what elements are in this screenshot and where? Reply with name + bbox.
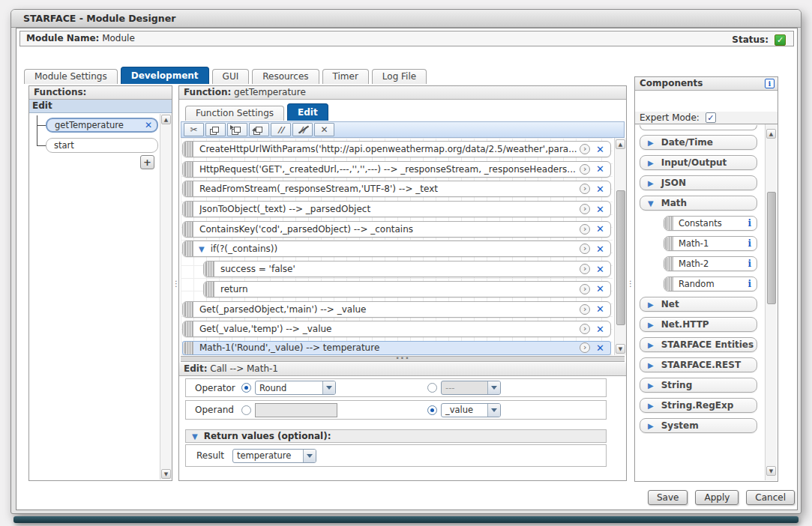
code-scrollbar[interactable]: ▲ ▼ xyxy=(614,138,626,355)
component-item-math-1[interactable]: Math-1i xyxy=(664,236,757,251)
copy-button[interactable] xyxy=(205,123,226,136)
scroll-down-icon[interactable]: ▼ xyxy=(766,466,776,476)
operator-var-select[interactable]: --- xyxy=(441,381,501,395)
drag-handle-icon[interactable] xyxy=(664,217,673,230)
scroll-thumb[interactable] xyxy=(767,192,776,304)
code-line[interactable]: JsonToObject(_text) --> _parsedObject›✕ xyxy=(182,201,611,217)
info-icon[interactable]: i xyxy=(748,259,751,269)
collapse-icon[interactable]: ▼ xyxy=(199,245,205,253)
open-line-icon[interactable]: › xyxy=(580,244,590,254)
open-line-icon[interactable]: › xyxy=(580,144,590,154)
component-item-math-2[interactable]: Math-2i xyxy=(664,256,757,271)
drag-handle-icon[interactable] xyxy=(183,241,193,256)
open-line-icon[interactable]: › xyxy=(580,324,590,334)
functions-group-edit[interactable]: Edit xyxy=(29,100,172,113)
comment-button[interactable]: // xyxy=(271,123,291,136)
open-line-icon[interactable]: › xyxy=(580,284,590,294)
operand-var-select[interactable]: _value xyxy=(441,403,501,417)
component-group-string-regexp[interactable]: ▶String.RegExp xyxy=(640,398,757,413)
code-line[interactable]: ReadFromStream(_responseStream,'UTF-8') … xyxy=(182,181,611,197)
drag-handle-icon[interactable] xyxy=(183,342,193,354)
delete-line-icon[interactable]: ✕ xyxy=(596,244,604,255)
drag-handle-icon[interactable] xyxy=(183,162,193,177)
cancel-button[interactable]: Cancel xyxy=(746,490,795,505)
operator-select[interactable]: Round xyxy=(255,381,336,395)
drag-handle-icon[interactable] xyxy=(183,222,193,237)
component-group-system[interactable]: ▶System xyxy=(640,418,757,433)
scroll-up-icon[interactable]: ▲ xyxy=(766,129,776,139)
operand-value-radio[interactable] xyxy=(241,405,251,415)
save-button[interactable]: Save xyxy=(648,490,688,505)
drag-handle-icon[interactable] xyxy=(183,181,193,196)
operator-var-radio[interactable] xyxy=(427,383,437,393)
scroll-thumb[interactable] xyxy=(616,190,625,325)
delete-line-icon[interactable]: ✕ xyxy=(596,283,604,294)
paste-after-button[interactable] xyxy=(249,123,269,136)
paste-before-button[interactable] xyxy=(227,123,247,136)
left-splitter[interactable]: ⋮ xyxy=(172,85,178,481)
component-group-input-output[interactable]: ▶Input/Output xyxy=(640,155,757,170)
open-line-icon[interactable]: › xyxy=(580,304,590,315)
return-values-header[interactable]: ▼ Return values (optional): xyxy=(185,429,607,443)
code-line[interactable]: Get(_value,'temp') --> _value›✕ xyxy=(182,321,611,337)
component-item-constants[interactable]: Constantsi xyxy=(664,216,757,231)
operator-list-radio[interactable] xyxy=(241,383,251,393)
code-line[interactable]: return›✕ xyxy=(203,281,611,297)
scroll-down-icon[interactable]: ▼ xyxy=(161,469,171,479)
chevron-down-icon[interactable] xyxy=(487,404,500,417)
delete-button[interactable]: ✕ xyxy=(314,123,334,136)
code-line[interactable]: CreateHttpUrlWithParams('http://api.open… xyxy=(182,141,611,157)
uncomment-button[interactable]: // xyxy=(292,123,313,136)
function-item-gettemperature[interactable]: getTemperature✕ xyxy=(46,118,158,133)
scroll-up-icon[interactable]: ▲ xyxy=(161,115,171,124)
code-line[interactable]: Math-1('Round',_value) --> temperature›✕ xyxy=(182,341,611,355)
drag-handle-icon[interactable] xyxy=(183,202,193,217)
partial-component-group[interactable] xyxy=(640,125,757,130)
open-line-icon[interactable]: › xyxy=(580,204,590,214)
code-line[interactable]: Get(_parsedObject,'main') --> _value›✕ xyxy=(182,301,611,318)
cut-button[interactable]: ✂ xyxy=(184,123,204,136)
info-icon[interactable]: i xyxy=(748,279,751,289)
right-splitter[interactable]: ⋮ xyxy=(627,85,633,481)
component-group-json[interactable]: ▶JSON xyxy=(640,175,757,190)
operand-var-radio[interactable] xyxy=(427,405,437,415)
open-line-icon[interactable]: › xyxy=(580,184,590,194)
component-group-string[interactable]: ▶String xyxy=(640,378,757,393)
drag-handle-icon[interactable] xyxy=(664,277,673,291)
function-item-start[interactable]: start xyxy=(46,138,158,153)
status-checkbox[interactable]: ✓ xyxy=(775,34,786,46)
open-line-icon[interactable]: › xyxy=(580,224,590,235)
open-line-icon[interactable]: › xyxy=(580,342,590,353)
code-line[interactable]: ContainsKey('cod',_parsedObject) --> _co… xyxy=(182,221,611,238)
drag-handle-icon[interactable] xyxy=(664,237,673,250)
info-icon[interactable]: i xyxy=(748,238,751,249)
drag-handle-icon[interactable] xyxy=(183,321,193,336)
tab-gui[interactable]: GUI xyxy=(212,69,250,84)
component-group-date-time[interactable]: ▶Date/Time xyxy=(640,135,757,150)
add-function-button[interactable]: + xyxy=(140,155,154,169)
code-line[interactable]: HttpRequest('GET',_createdUrl,---,'','',… xyxy=(182,161,611,178)
chevron-down-icon[interactable] xyxy=(487,381,500,394)
delete-line-icon[interactable]: ✕ xyxy=(596,204,604,215)
function-tab-edit[interactable]: Edit xyxy=(287,103,328,121)
delete-line-icon[interactable]: ✕ xyxy=(596,324,604,335)
open-line-icon[interactable]: › xyxy=(580,264,590,274)
drag-handle-icon[interactable] xyxy=(664,257,673,270)
tab-log-file[interactable]: Log File xyxy=(372,69,427,84)
tab-timer[interactable]: Timer xyxy=(322,69,369,84)
horizontal-splitter[interactable]: ••• xyxy=(181,356,625,362)
delete-line-icon[interactable]: ✕ xyxy=(596,223,604,235)
component-group-starface-entities[interactable]: ▶STARFACE Entities xyxy=(640,337,757,352)
tab-resources[interactable]: Resources xyxy=(252,69,319,84)
result-select[interactable]: temperature xyxy=(232,449,316,463)
info-icon[interactable]: i xyxy=(765,79,775,88)
drag-handle-icon[interactable] xyxy=(204,262,214,276)
scroll-down-icon[interactable]: ▼ xyxy=(616,344,625,354)
drag-handle-icon[interactable] xyxy=(183,302,193,317)
chevron-down-icon[interactable] xyxy=(322,381,335,394)
component-group-net-http[interactable]: ▶Net.HTTP xyxy=(640,317,757,332)
components-scrollbar[interactable]: ▲ ▼ xyxy=(765,124,777,480)
operand-input[interactable] xyxy=(255,403,337,417)
component-group-starface-rest[interactable]: ▶STARFACE.REST xyxy=(640,357,757,372)
drag-handle-icon[interactable] xyxy=(204,282,214,297)
